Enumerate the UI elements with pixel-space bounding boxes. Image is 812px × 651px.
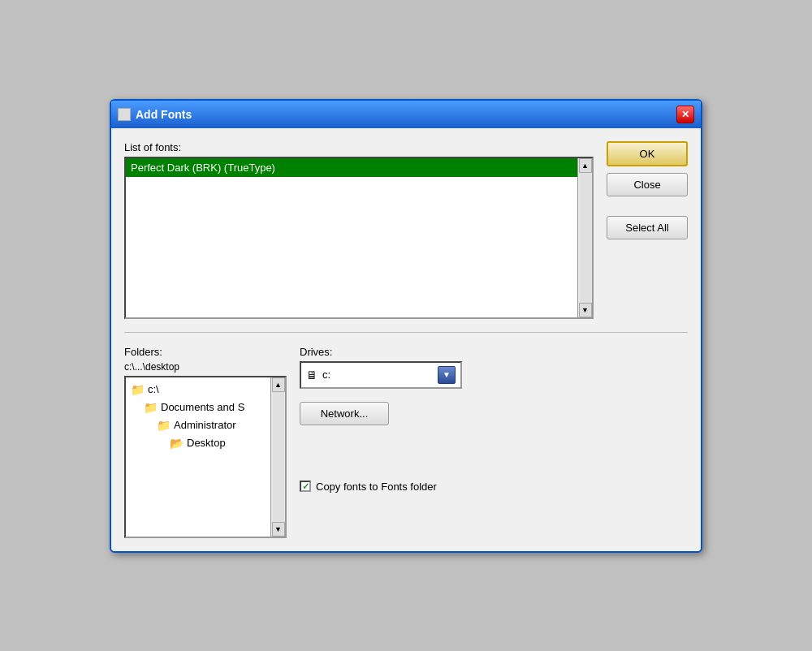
drive-select-inner: 🖥 c: (306, 369, 433, 382)
bottom-section: Folders: c:\...\desktop 📁 c:\ 📁 Document… (124, 346, 688, 538)
folders-label: Folders: (124, 346, 287, 358)
title-bar-left: Add Fonts (118, 108, 192, 121)
scroll-up-arrow[interactable]: ▲ (579, 158, 592, 173)
folder-icon-docs: 📁 (144, 401, 158, 414)
fonts-area: List of fonts: Perfect Dark (BRK) (TrueT… (124, 141, 594, 319)
copy-fonts-label: Copy fonts to Fonts folder (316, 481, 437, 493)
select-all-button[interactable]: Select All (607, 216, 688, 239)
checkbox-row: ✓ Copy fonts to Fonts folder (300, 481, 688, 493)
close-button[interactable]: ✕ (676, 106, 694, 123)
top-section: List of fonts: Perfect Dark (BRK) (TrueT… (124, 141, 688, 319)
ok-button[interactable]: OK (607, 141, 688, 166)
tree-item-docs[interactable]: 📁 Documents and S (126, 399, 285, 416)
drives-label: Drives: (300, 346, 688, 358)
dialog-icon (118, 108, 131, 121)
folder-icon: 📁 (131, 383, 145, 396)
tree-item-root[interactable]: 📁 c:\ (126, 381, 285, 399)
scroll-track (580, 173, 591, 303)
scroll-down-arrow[interactable]: ▼ (579, 303, 592, 317)
folder-open-icon-desktop: 📂 (170, 437, 184, 450)
current-path: c:\...\desktop (124, 361, 287, 373)
dialog-body: List of fonts: Perfect Dark (BRK) (TrueT… (111, 128, 701, 551)
drives-row: 🖥 c: ▼ (300, 361, 688, 389)
folders-area: Folders: c:\...\desktop 📁 c:\ 📁 Document… (124, 346, 287, 538)
network-button[interactable]: Network... (300, 402, 389, 425)
tree-content: 📁 c:\ 📁 Documents and S 📁 Administrator (126, 377, 285, 455)
fonts-listbox[interactable]: Perfect Dark (BRK) (TrueType) ▲ ▼ (124, 157, 594, 319)
folder-icon-admin: 📁 (157, 419, 171, 432)
fonts-label: List of fonts: (124, 141, 594, 153)
fonts-scrollbar: ▲ ▼ (577, 158, 592, 317)
tree-item-desktop-label: Desktop (187, 437, 226, 449)
close-dialog-button[interactable]: Close (607, 173, 688, 196)
add-fonts-dialog: Add Fonts ✕ List of fonts: Perfect Dark … (110, 99, 702, 553)
tree-item-admin[interactable]: 📁 Administrator (126, 416, 285, 434)
drives-dropdown-arrow[interactable]: ▼ (438, 366, 456, 384)
selected-font-item[interactable]: Perfect Dark (BRK) (TrueType) (126, 158, 592, 177)
copy-fonts-checkbox[interactable]: ✓ (300, 481, 311, 492)
dialog-title: Add Fonts (136, 108, 192, 121)
drives-combobox[interactable]: 🖥 c: ▼ (300, 361, 462, 389)
folders-treebox[interactable]: 📁 c:\ 📁 Documents and S 📁 Administrator (124, 376, 287, 538)
tree-item-docs-label: Documents and S (161, 401, 244, 413)
tree-scroll-down[interactable]: ▼ (272, 522, 285, 537)
tree-item-desktop[interactable]: 📂 Desktop (126, 434, 285, 452)
drives-area: Drives: 🖥 c: ▼ (300, 346, 688, 389)
drive-icon: 🖥 (306, 369, 317, 382)
network-row: Network... (300, 402, 688, 425)
selected-drive: c: (322, 369, 330, 381)
tree-scroll-up[interactable]: ▲ (272, 377, 285, 392)
tree-item-root-label: c:\ (148, 383, 159, 395)
buttons-area: OK Close Select All (607, 141, 688, 239)
drives-section: Drives: 🖥 c: ▼ Network... (300, 346, 688, 493)
title-bar: Add Fonts ✕ (111, 101, 701, 128)
tree-item-admin-label: Administrator (174, 419, 236, 431)
tree-scroll-track (273, 392, 284, 522)
divider (124, 332, 688, 333)
tree-scrollbar: ▲ ▼ (270, 377, 285, 537)
